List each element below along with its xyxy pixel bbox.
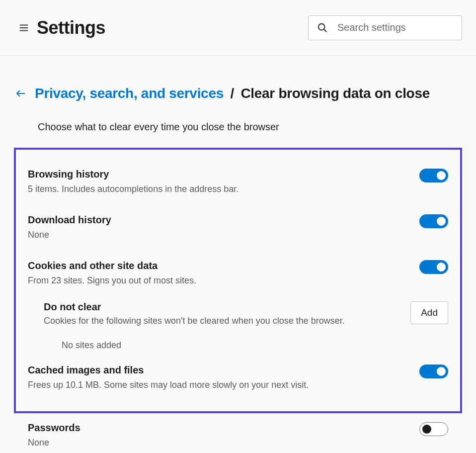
menu-button[interactable] — [14, 18, 34, 38]
breadcrumb-link[interactable]: Privacy, search, and services — [35, 86, 224, 101]
setting-desc: Frees up 10.1 MB. Some sites may load mo… — [28, 379, 409, 391]
setting-desc: 5 items. Includes autocompletions in the… — [28, 183, 409, 195]
do-not-clear-row: Do not clear Cookies for the following s… — [44, 301, 448, 326]
svg-point-3 — [318, 23, 325, 30]
toggle-browsing-history[interactable] — [419, 169, 448, 182]
content: Privacy, search, and services / Clear br… — [0, 56, 476, 453]
setting-cached-images: Cached images and files Frees up 10.1 MB… — [28, 356, 448, 401]
setting-title: Download history — [28, 214, 409, 226]
setting-text: Cached images and files Frees up 10.1 MB… — [28, 364, 419, 391]
back-button[interactable] — [14, 87, 28, 100]
setting-desc: None — [28, 229, 409, 241]
search-wrap — [308, 15, 462, 40]
add-button[interactable]: Add — [410, 301, 448, 324]
setting-desc: None — [28, 437, 409, 449]
setting-title: Cookies and other site data — [28, 260, 409, 272]
setting-text: Browsing history 5 items. Includes autoc… — [28, 169, 419, 195]
search-icon — [317, 22, 328, 33]
setting-text: Cookies and other site data From 23 site… — [28, 260, 419, 287]
below-highlight: Passwords None — [14, 413, 462, 453]
setting-cookies: Cookies and other site data From 23 site… — [28, 251, 448, 297]
setting-title: Browsing history — [28, 169, 409, 180]
setting-download-history: Download history None — [28, 205, 448, 251]
hamburger-icon — [18, 22, 29, 33]
breadcrumb-row: Privacy, search, and services / Clear br… — [14, 86, 462, 101]
search-input[interactable] — [308, 15, 462, 40]
breadcrumb-separator: / — [230, 86, 234, 101]
setting-title: Cached images and files — [28, 364, 409, 376]
page-title: Settings — [37, 17, 105, 38]
do-not-clear-desc: Cookies for the following sites won't be… — [44, 316, 400, 326]
arrow-left-icon — [15, 88, 27, 99]
do-not-clear-section: Do not clear Cookies for the following s… — [28, 297, 448, 356]
setting-title: Passwords — [28, 422, 409, 434]
sub-text: Do not clear Cookies for the following s… — [44, 301, 410, 326]
setting-text: Passwords None — [28, 422, 419, 449]
setting-desc: From 23 sites. Signs you out of most sit… — [28, 274, 409, 287]
subheading: Choose what to clear every time you clos… — [38, 121, 462, 133]
setting-text: Download history None — [28, 214, 419, 241]
toggle-passwords[interactable] — [419, 422, 448, 436]
do-not-clear-title: Do not clear — [44, 301, 400, 313]
setting-browsing-history: Browsing history 5 items. Includes autoc… — [28, 160, 448, 205]
setting-passwords: Passwords None — [28, 413, 448, 453]
header: Settings — [0, 0, 476, 56]
breadcrumb-current: Clear browsing data on close — [240, 86, 430, 101]
toggle-download-history[interactable] — [419, 214, 448, 228]
toggle-cached-images[interactable] — [419, 364, 448, 378]
toggle-cookies[interactable] — [419, 260, 448, 274]
content-scroll[interactable]: Privacy, search, and services / Clear br… — [0, 56, 476, 453]
svg-line-4 — [324, 29, 327, 32]
breadcrumb: Privacy, search, and services / Clear br… — [35, 86, 430, 101]
do-not-clear-empty: No sites added — [44, 340, 448, 351]
highlight-box: Browsing history 5 items. Includes autoc… — [14, 148, 462, 413]
